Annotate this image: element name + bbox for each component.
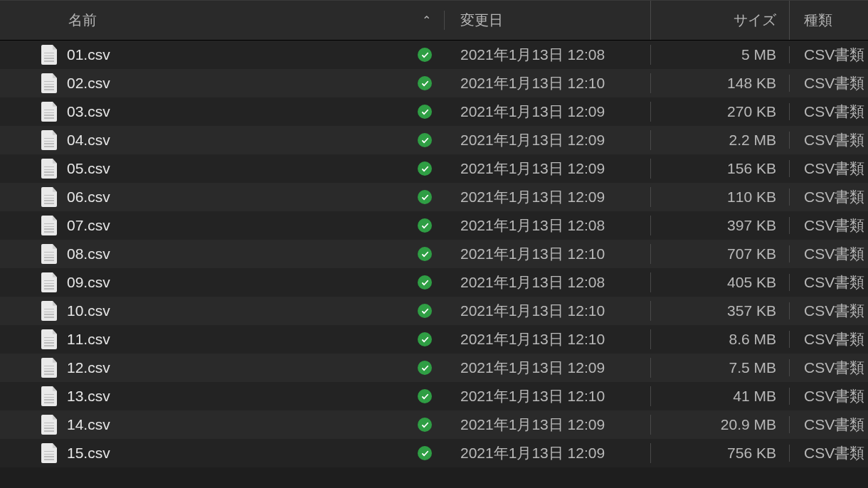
cell-kind: CSV書類: [790, 130, 868, 150]
document-icon: [41, 386, 57, 406]
cell-name: 14.csv: [0, 415, 445, 435]
date-modified: 2021年1月13日 12:09: [460, 445, 605, 461]
file-size: 148 KB: [651, 75, 776, 92]
cell-name: 06.csv: [0, 187, 445, 207]
file-size: 756 KB: [651, 445, 776, 462]
file-size: 5 MB: [651, 46, 776, 63]
document-icon: [41, 443, 57, 463]
cell-kind: CSV書類: [790, 415, 868, 435]
file-row[interactable]: 09.csv2021年1月13日 12:08405 KBCSV書類: [0, 268, 868, 297]
cell-date: 2021年1月13日 12:09: [445, 159, 651, 179]
cell-kind: CSV書類: [790, 45, 868, 65]
file-row[interactable]: 12.csv2021年1月13日 12:097.5 MBCSV書類: [0, 354, 868, 382]
file-row[interactable]: 02.csv2021年1月13日 12:10148 KBCSV書類: [0, 69, 868, 97]
file-kind: CSV書類: [804, 274, 864, 290]
cell-size: 8.6 MB: [651, 331, 790, 348]
cell-name: 09.csv: [0, 272, 445, 292]
file-row[interactable]: 08.csv2021年1月13日 12:10707 KBCSV書類: [0, 240, 868, 268]
file-kind: CSV書類: [804, 46, 864, 63]
sync-complete-icon: [418, 76, 432, 90]
file-kind: CSV書類: [804, 217, 864, 233]
file-size: 110 KB: [651, 189, 776, 206]
cell-name: 04.csv: [0, 130, 445, 150]
cell-date: 2021年1月13日 12:08: [445, 45, 651, 65]
cell-size: 7.5 MB: [651, 359, 790, 376]
sync-complete-icon: [418, 133, 432, 147]
cell-date: 2021年1月13日 12:09: [445, 130, 651, 150]
file-row[interactable]: 07.csv2021年1月13日 12:08397 KBCSV書類: [0, 211, 868, 240]
file-kind: CSV書類: [804, 189, 864, 205]
file-size: 270 KB: [651, 103, 776, 120]
file-size: 2.2 MB: [651, 132, 776, 149]
column-header-size-label: サイズ: [734, 11, 776, 30]
document-icon: [41, 329, 57, 349]
cell-name: 13.csv: [0, 386, 445, 406]
cell-kind: CSV書類: [790, 272, 868, 292]
sync-complete-icon: [418, 190, 432, 204]
document-icon: [41, 358, 57, 378]
file-name: 01.csv: [67, 46, 110, 63]
file-name: 02.csv: [67, 75, 110, 92]
cell-date: 2021年1月13日 12:10: [445, 301, 651, 321]
file-row[interactable]: 11.csv2021年1月13日 12:108.6 MBCSV書類: [0, 325, 868, 354]
column-header-kind[interactable]: 種類: [790, 1, 868, 40]
document-icon: [41, 130, 57, 150]
cell-size: 110 KB: [651, 189, 790, 206]
sort-ascending-icon: ⌃: [422, 14, 431, 27]
file-row[interactable]: 06.csv2021年1月13日 12:09110 KBCSV書類: [0, 183, 868, 211]
file-size: 405 KB: [651, 274, 776, 291]
file-row[interactable]: 15.csv2021年1月13日 12:09756 KBCSV書類: [0, 439, 868, 467]
file-kind: CSV書類: [804, 75, 864, 91]
sync-complete-icon: [418, 161, 432, 176]
document-icon: [41, 244, 57, 264]
cell-size: 148 KB: [651, 75, 790, 92]
date-modified: 2021年1月13日 12:09: [460, 416, 605, 433]
cell-kind: CSV書類: [790, 386, 868, 406]
sync-complete-icon: [418, 218, 432, 233]
file-row[interactable]: 13.csv2021年1月13日 12:1041 MBCSV書類: [0, 382, 868, 410]
file-row[interactable]: 01.csv2021年1月13日 12:085 MBCSV書類: [0, 41, 868, 69]
sync-complete-icon: [418, 361, 432, 375]
cell-size: 270 KB: [651, 103, 790, 120]
cell-date: 2021年1月13日 12:10: [445, 73, 651, 93]
cell-size: 707 KB: [651, 245, 790, 262]
file-name: 08.csv: [67, 245, 110, 262]
file-size: 8.6 MB: [651, 331, 776, 348]
cell-kind: CSV書類: [790, 187, 868, 207]
finder-list-view: 名前 ⌃ 変更日 サイズ 種類 01.csv2021年1月13日 12:085 …: [0, 0, 868, 488]
cell-date: 2021年1月13日 12:09: [445, 187, 651, 207]
date-modified: 2021年1月13日 12:10: [460, 388, 605, 404]
date-modified: 2021年1月13日 12:08: [460, 46, 605, 63]
column-header-row: 名前 ⌃ 変更日 サイズ 種類: [0, 1, 868, 41]
cell-kind: CSV書類: [790, 329, 868, 349]
file-kind: CSV書類: [804, 132, 864, 148]
cell-date: 2021年1月13日 12:09: [445, 415, 651, 435]
column-header-size[interactable]: サイズ: [651, 1, 790, 40]
column-header-name[interactable]: 名前 ⌃: [0, 11, 445, 30]
date-modified: 2021年1月13日 12:08: [460, 274, 605, 290]
date-modified: 2021年1月13日 12:10: [460, 331, 605, 347]
date-modified: 2021年1月13日 12:10: [460, 75, 605, 91]
file-size: 41 MB: [651, 388, 776, 405]
file-kind: CSV書類: [804, 245, 864, 262]
column-header-kind-label: 種類: [804, 11, 832, 30]
file-row[interactable]: 04.csv2021年1月13日 12:092.2 MBCSV書類: [0, 126, 868, 154]
file-row[interactable]: 03.csv2021年1月13日 12:09270 KBCSV書類: [0, 97, 868, 126]
file-size: 397 KB: [651, 217, 776, 234]
column-header-date[interactable]: 変更日: [445, 1, 651, 40]
file-kind: CSV書類: [804, 416, 864, 433]
file-row[interactable]: 10.csv2021年1月13日 12:10357 KBCSV書類: [0, 297, 868, 325]
file-size: 7.5 MB: [651, 359, 776, 376]
file-row[interactable]: 05.csv2021年1月13日 12:09156 KBCSV書類: [0, 154, 868, 183]
file-name: 15.csv: [67, 445, 110, 462]
cell-kind: CSV書類: [790, 443, 868, 463]
file-kind: CSV書類: [804, 359, 864, 376]
cell-name: 03.csv: [0, 102, 445, 122]
file-name: 06.csv: [67, 189, 110, 206]
cell-kind: CSV書類: [790, 159, 868, 179]
cell-name: 05.csv: [0, 159, 445, 179]
cell-size: 2.2 MB: [651, 132, 790, 149]
document-icon: [41, 45, 57, 65]
file-row[interactable]: 14.csv2021年1月13日 12:0920.9 MBCSV書類: [0, 410, 868, 439]
file-name: 04.csv: [67, 132, 110, 149]
